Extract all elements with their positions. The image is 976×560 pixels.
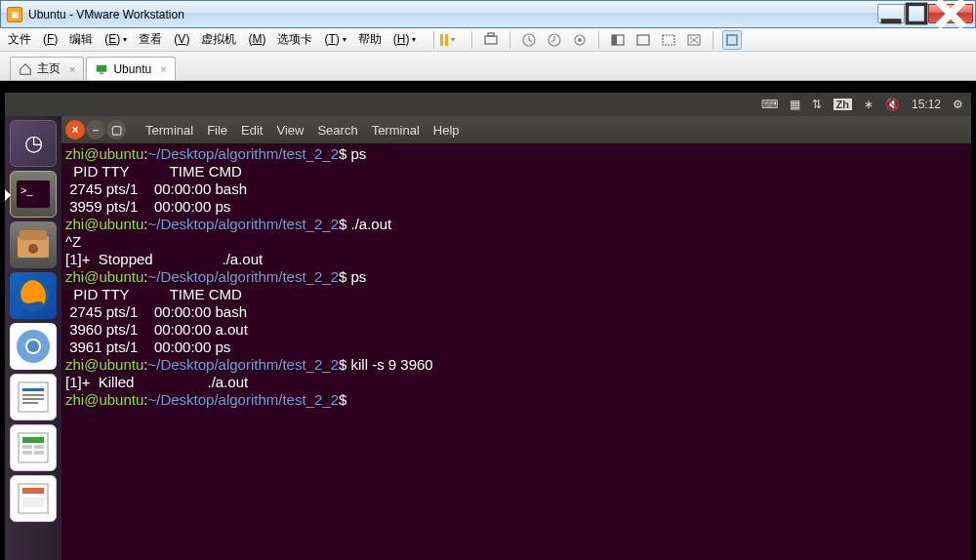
active-app-arrow-icon [5, 189, 11, 201]
svg-rect-38 [22, 498, 44, 507]
menu-file[interactable]: 文件(F) [8, 31, 58, 48]
bluetooth-indicator-icon[interactable]: ∗ [864, 98, 874, 111]
snapshot-icon[interactable] [481, 30, 501, 50]
revert-icon[interactable] [519, 30, 539, 50]
ubuntu-top-panel: ⌨ ▦ ⇅ Zh ∗ 🔇 15:12 ⚙ [5, 93, 971, 116]
svg-rect-29 [22, 402, 38, 404]
svg-rect-14 [97, 64, 107, 71]
window-controls [878, 4, 973, 23]
svg-rect-10 [637, 35, 649, 45]
svg-rect-11 [663, 35, 674, 45]
minimize-button[interactable] [877, 4, 905, 23]
menu-vm[interactable]: 虚拟机(M) [201, 31, 265, 48]
tab-strip: 主页 × Ubuntu × [0, 52, 976, 81]
ubuntu-logo-icon: ◷ [24, 131, 43, 156]
menu-view[interactable]: 查看(V) [139, 31, 189, 48]
svg-rect-37 [22, 488, 44, 494]
vmware-app-icon: ▣ [7, 7, 22, 22]
svg-rect-20 [28, 244, 38, 254]
terminal-menu-bar: Terminal File Edit View Search Terminal … [145, 123, 460, 138]
writer-icon [15, 379, 52, 416]
chromium-icon [15, 328, 52, 365]
input-method-indicator[interactable]: Zh [834, 99, 852, 110]
gnome-terminal-window: × – ▢ Terminal File Edit View Search Ter… [61, 116, 971, 560]
terminal-menu-terminal2[interactable]: Terminal [372, 123, 420, 138]
separator [598, 31, 599, 49]
network-indicator-icon[interactable]: ⇅ [812, 98, 822, 111]
svg-rect-15 [101, 72, 104, 74]
menu-tabs[interactable]: 选项卡(T) [277, 31, 339, 48]
monitor-icon [95, 62, 108, 76]
pause-vm-button[interactable]: ▾ [443, 30, 463, 50]
terminal-close-button[interactable]: × [65, 120, 85, 140]
maximize-button[interactable] [904, 4, 929, 23]
calc-icon [15, 429, 52, 466]
svg-rect-26 [22, 388, 44, 391]
snapshot-manage-icon[interactable] [570, 30, 590, 50]
terminal-body[interactable]: zhi@ubuntu:~/Desktop/algorithm/test_2_2$… [61, 143, 971, 411]
clock-indicator[interactable]: 15:12 [912, 98, 941, 111]
separator [712, 31, 713, 49]
calendar-indicator-icon[interactable]: ▦ [790, 98, 800, 111]
files-icon [16, 228, 51, 261]
launcher-terminal[interactable]: >_ [10, 171, 57, 218]
terminal-menu-view[interactable]: View [276, 123, 304, 138]
svg-rect-2 [485, 36, 497, 44]
view-fit-icon[interactable] [608, 30, 628, 50]
view-unity-icon[interactable] [684, 30, 704, 50]
menu-bar: 文件(F) 编辑(E)▾ 查看(V) 虚拟机(M) 选项卡(T)▾ 帮助(H)▾… [0, 28, 976, 52]
window-title: Ubuntu - VMware Workstation [28, 8, 184, 21]
tab-home[interactable]: 主页 × [10, 57, 84, 80]
firefox-icon [15, 277, 52, 314]
svg-rect-25 [19, 382, 48, 412]
separator [433, 31, 434, 49]
svg-point-7 [578, 38, 582, 42]
svg-point-24 [27, 340, 39, 352]
launcher-firefox[interactable] [10, 272, 57, 319]
launcher-calc[interactable] [10, 424, 57, 471]
svg-rect-34 [22, 451, 32, 455]
tab-ubuntu-label: Ubuntu [113, 62, 151, 76]
svg-rect-9 [612, 35, 617, 45]
unity-launcher: ◷ >_ [5, 116, 61, 560]
view-console-icon[interactable] [633, 30, 653, 50]
volume-indicator-icon[interactable]: 🔇 [885, 98, 900, 111]
svg-rect-31 [22, 437, 44, 443]
snapshot-take-icon[interactable] [545, 30, 564, 50]
launcher-files[interactable] [10, 221, 57, 268]
view-library-icon[interactable] [722, 30, 742, 50]
close-button[interactable] [928, 4, 973, 23]
view-fullscreen-icon[interactable] [659, 30, 678, 50]
svg-rect-13 [727, 35, 737, 45]
svg-rect-33 [34, 445, 44, 449]
close-icon[interactable]: × [69, 63, 75, 75]
launcher-impress[interactable] [10, 475, 57, 522]
terminal-titlebar[interactable]: × – ▢ Terminal File Edit View Search Ter… [61, 116, 971, 143]
svg-rect-3 [488, 33, 494, 36]
svg-rect-19 [20, 230, 47, 240]
launcher-chromium[interactable] [10, 323, 57, 370]
keyboard-indicator-icon[interactable]: ⌨ [761, 98, 778, 111]
terminal-menu-terminal[interactable]: Terminal [145, 123, 193, 138]
terminal-maximize-button[interactable]: ▢ [106, 120, 126, 140]
terminal-icon: >_ [17, 180, 50, 208]
separator [509, 31, 510, 49]
launcher-writer[interactable] [10, 374, 57, 420]
close-icon[interactable]: × [160, 63, 166, 75]
terminal-menu-file[interactable]: File [207, 123, 227, 138]
terminal-menu-edit[interactable]: Edit [241, 123, 263, 138]
svg-rect-32 [22, 445, 32, 449]
gear-indicator-icon[interactable]: ⚙ [953, 98, 963, 111]
menu-edit[interactable]: 编辑(E) [69, 31, 120, 48]
svg-rect-1 [907, 4, 925, 22]
vm-viewport[interactable]: ⌨ ▦ ⇅ Zh ∗ 🔇 15:12 ⚙ ◷ >_ [0, 81, 976, 560]
tab-ubuntu[interactable]: Ubuntu × [86, 57, 175, 80]
terminal-menu-search[interactable]: Search [317, 123, 357, 138]
menu-help[interactable]: 帮助(H) [358, 31, 410, 48]
svg-rect-35 [34, 451, 44, 455]
launcher-dash[interactable]: ◷ [10, 120, 57, 167]
terminal-menu-help[interactable]: Help [433, 123, 460, 138]
svg-rect-0 [881, 19, 902, 23]
terminal-minimize-button[interactable]: – [86, 120, 105, 140]
svg-rect-27 [22, 394, 44, 396]
